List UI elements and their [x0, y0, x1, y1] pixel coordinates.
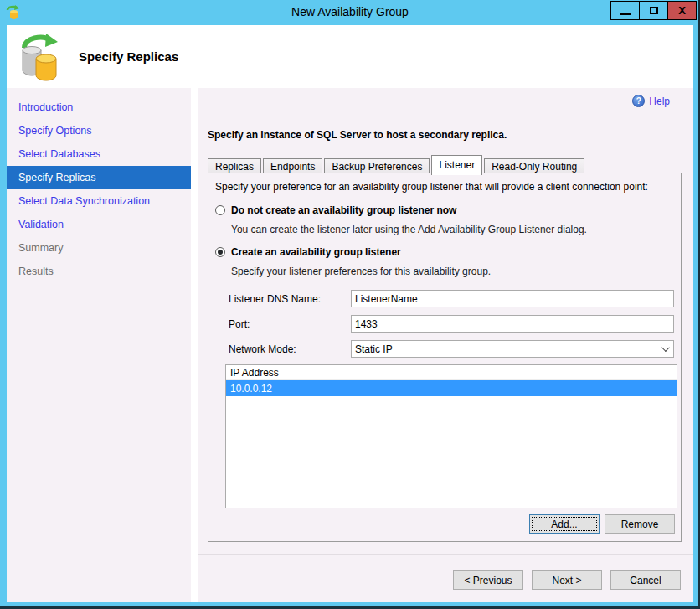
add-button[interactable]: Add...: [529, 514, 600, 534]
maximize-icon: [650, 7, 658, 14]
minimize-button[interactable]: [610, 1, 640, 20]
radio-checked-icon: [215, 247, 225, 257]
wizard-steps-sidebar: Introduction Specify Options Select Data…: [7, 88, 191, 602]
listener-tab-page: Specify your preference for an availabil…: [208, 173, 682, 542]
tab-listener[interactable]: Listener: [431, 155, 482, 175]
ip-list-buttons: Add... Remove: [529, 514, 675, 534]
sidebar-item-specify-options[interactable]: Specify Options: [7, 119, 191, 142]
radio-no-listener-description: You can create the listener later using …: [231, 224, 587, 235]
radio-no-listener-label: Do not create an availability group list…: [231, 204, 456, 216]
close-icon: X: [678, 5, 686, 16]
help-icon: ?: [632, 95, 645, 107]
network-mode-label: Network Mode:: [229, 343, 351, 355]
cancel-button[interactable]: Cancel: [610, 570, 681, 590]
port-label: Port:: [229, 318, 351, 330]
sidebar-item-summary: Summary: [7, 236, 191, 260]
radio-create-listener-description: Specify your listener preferences for th…: [231, 266, 491, 277]
footer-divider: [198, 554, 693, 555]
remove-button[interactable]: Remove: [605, 514, 675, 534]
sidebar-item-specify-replicas[interactable]: Specify Replicas: [7, 166, 191, 189]
next-button[interactable]: Next >: [532, 570, 602, 590]
sidebar-item-select-databases[interactable]: Select Databases: [7, 142, 191, 166]
main-panel: ? Help Specify an instance of SQL Server…: [198, 88, 693, 602]
listener-description: Specify your preference for an availabil…: [215, 181, 648, 193]
instruction-text: Specify an instance of SQL Server to hos…: [208, 129, 507, 141]
ip-address-column-header[interactable]: IP Address: [226, 365, 677, 380]
radio-create-listener-label: Create an availability group listener: [231, 246, 401, 258]
wizard-header: Specify Replicas: [7, 25, 693, 88]
close-button[interactable]: X: [667, 1, 697, 20]
wizard-navigation: < Previous Next > Cancel: [453, 570, 681, 590]
ip-address-list: IP Address 10.0.0.12: [225, 364, 677, 508]
dns-name-input[interactable]: [351, 290, 674, 307]
dns-name-label: Listener DNS Name:: [229, 293, 351, 305]
radio-no-listener[interactable]: Do not create an availability group list…: [215, 204, 456, 216]
radio-create-listener[interactable]: Create an availability group listener: [215, 246, 401, 258]
sidebar-divider: [191, 88, 198, 602]
port-input[interactable]: [351, 315, 674, 333]
titlebar: New Availability Group X: [0, 0, 700, 25]
previous-button[interactable]: < Previous: [453, 570, 523, 590]
network-mode-select[interactable]: Static IP: [351, 340, 674, 358]
sidebar-item-data-sync[interactable]: Select Data Synchronization: [7, 189, 191, 213]
sidebar-item-introduction[interactable]: Introduction: [7, 95, 191, 119]
window-title: New Availability Group: [0, 5, 700, 18]
ip-address-row[interactable]: 10.0.0.12: [226, 380, 677, 396]
radio-unchecked-icon: [215, 205, 225, 215]
dns-name-row: Listener DNS Name:: [229, 290, 674, 307]
network-mode-row: Network Mode: Static IP: [229, 340, 674, 358]
port-row: Port:: [229, 315, 674, 333]
window-controls: X: [611, 1, 697, 20]
help-link[interactable]: ? Help: [632, 95, 670, 107]
sidebar-item-results: Results: [7, 260, 191, 283]
help-label: Help: [649, 95, 670, 107]
minimize-icon: [620, 13, 631, 15]
maximize-button[interactable]: [639, 1, 668, 20]
replicas-icon: [18, 33, 60, 81]
new-availability-group-dialog: New Availability Group X Specify Replica…: [0, 0, 700, 609]
page-title: Specify Replicas: [79, 49, 178, 64]
sidebar-item-validation[interactable]: Validation: [7, 213, 191, 236]
network-mode-value: Static IP: [355, 343, 393, 355]
chevron-down-icon: [661, 343, 670, 352]
